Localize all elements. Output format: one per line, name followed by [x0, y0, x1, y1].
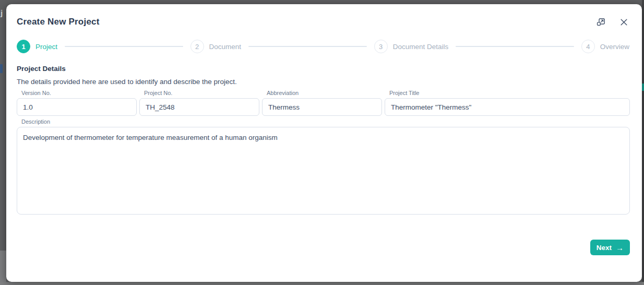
- fields-row: Version No. Project No. Abbreviation Pro…: [17, 90, 630, 116]
- stepper-connector: [456, 46, 574, 47]
- background-teal-fragment: [642, 84, 644, 91]
- field-abbreviation: Abbreviation: [262, 90, 382, 116]
- background-left-lower: [0, 251, 6, 285]
- dialog-header-icons: [596, 17, 628, 27]
- step-4-circle: 4: [581, 40, 595, 53]
- step-document[interactable]: 2 Document: [190, 40, 242, 53]
- step-3-label: Document Details: [393, 43, 449, 51]
- step-overview[interactable]: 4 Overview: [581, 40, 629, 53]
- stepper-connector: [65, 46, 183, 47]
- step-project[interactable]: 1 Project: [17, 40, 57, 53]
- wizard-stepper: 1 Project 2 Document 3 Document Details …: [17, 40, 629, 53]
- description-textarea[interactable]: Development of thermometer for temperatu…: [17, 127, 630, 215]
- project-title-label: Project Title: [385, 90, 630, 96]
- field-project-no: Project No.: [139, 90, 259, 116]
- dialog-header: Create New Project: [6, 4, 642, 27]
- step-1-label: Project: [35, 43, 57, 51]
- project-no-input[interactable]: [139, 98, 259, 116]
- field-project-title: Project Title: [385, 90, 630, 116]
- expand-icon[interactable]: [596, 17, 605, 27]
- abbreviation-input[interactable]: [262, 98, 382, 116]
- step-document-details[interactable]: 3 Document Details: [374, 40, 449, 53]
- project-no-label: Project No.: [139, 90, 259, 96]
- step-1-circle: 1: [17, 40, 30, 53]
- abbreviation-label: Abbreviation: [262, 90, 382, 96]
- background-bottom-strip: [0, 282, 644, 285]
- step-2-label: Document: [209, 43, 242, 51]
- form-content: Project Details The details provided her…: [6, 65, 642, 217]
- version-no-input[interactable]: [17, 98, 137, 116]
- close-icon[interactable]: [619, 17, 628, 27]
- create-new-project-dialog: Create New Project 1 Project: [6, 4, 642, 282]
- project-title-input[interactable]: [385, 98, 630, 116]
- dialog-title: Create New Project: [17, 17, 100, 27]
- background-blue-fragment: [0, 64, 3, 73]
- background-clipped-text: j: [1, 8, 3, 17]
- next-button-label: Next: [597, 244, 612, 252]
- section-title: Project Details: [17, 65, 630, 73]
- version-no-label: Version No.: [17, 90, 137, 96]
- step-4-label: Overview: [600, 43, 629, 51]
- arrow-right-icon: →: [616, 244, 624, 252]
- dialog-footer: Next →: [590, 240, 630, 255]
- stepper-connector: [248, 46, 367, 47]
- field-version-no: Version No.: [17, 90, 137, 116]
- background-right-strip: [642, 0, 644, 282]
- step-2-circle: 2: [190, 40, 204, 53]
- step-3-circle: 3: [374, 40, 388, 53]
- description-label: Description: [17, 118, 630, 125]
- next-button[interactable]: Next →: [590, 240, 630, 255]
- field-description: Description Development of thermometer f…: [17, 118, 630, 217]
- section-subtitle: The details provided here are used to id…: [17, 78, 630, 86]
